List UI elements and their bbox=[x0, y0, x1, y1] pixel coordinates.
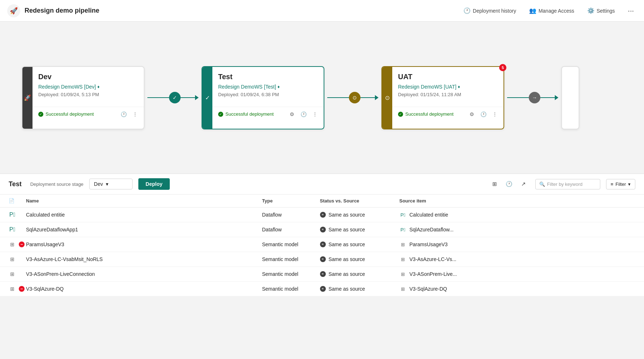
row1-name: SqlAzureDataflowApp1 bbox=[26, 227, 262, 232]
test-diamond-icon: ♦ bbox=[277, 84, 280, 89]
dev-card-body: Dev Redesign DemoWS [Dev] ♦ Deployed: 01… bbox=[22, 67, 144, 107]
table-row: P⃣ SqlAzureDataflowApp1 Dataflow Same as… bbox=[0, 222, 644, 237]
arrow-line-1 bbox=[147, 97, 169, 98]
table-row: ⊞ ParamsUsageV3 Semantic model Same as s… bbox=[0, 237, 644, 252]
test-icon: ✓ bbox=[205, 94, 210, 101]
row0-status-dot bbox=[320, 212, 326, 218]
dev-icon: 🚀 bbox=[24, 94, 31, 101]
source-stage-label: Deployment source stage bbox=[30, 181, 83, 187]
people-icon: 👥 bbox=[529, 7, 536, 14]
arrow-head-2 bbox=[375, 95, 379, 100]
row2-type: Semantic model bbox=[262, 242, 320, 247]
row4-status: Same as source bbox=[320, 271, 399, 277]
app-title: Redesign demo pipeline bbox=[25, 7, 99, 14]
row1-source: P⃣ SqlAzureDataflow... bbox=[399, 226, 636, 233]
uat-stage-card: 5 ⊙ UAT Redesign DemoWS [UAT] ♦ Deployed… bbox=[381, 66, 504, 129]
arrow-circle-2: ⊙ bbox=[349, 92, 360, 103]
test-stage-name: Test bbox=[218, 73, 318, 81]
test-card-actions: ⚙ 🕐 ⋮ bbox=[288, 110, 319, 119]
test-to-uat-arrow: ⊙ bbox=[324, 92, 381, 103]
source-select-value: Dev bbox=[94, 181, 103, 187]
row2-type-icon: ⊞ bbox=[9, 241, 16, 248]
table-header: 📄 Name Type Status vs. Source Source ite… bbox=[0, 195, 644, 208]
row0-type: Dataflow bbox=[262, 212, 320, 218]
arrow-tail-3 bbox=[540, 97, 555, 98]
table-row: ⊞ V3-SqlAzure-DQ Semantic model Same as … bbox=[0, 282, 644, 296]
data-table: 📄 Name Type Status vs. Source Source ite… bbox=[0, 195, 644, 296]
test-deployed-date: Deployed: 01/09/24, 6:38 PM bbox=[218, 92, 318, 97]
test-card-footer: Successful deployment ⚙ 🕐 ⋮ bbox=[202, 107, 324, 121]
deployment-history-label: Deployment history bbox=[473, 8, 516, 14]
uat-diamond-icon: ♦ bbox=[458, 84, 460, 89]
history-icon: 🕐 bbox=[463, 7, 471, 14]
app-icon: 🚀 bbox=[7, 4, 20, 17]
row2-source-icon: ⊞ bbox=[399, 241, 407, 248]
uat-badge: 5 bbox=[499, 64, 506, 71]
table-row: ⊞ V3-AsAzure-LC-VsabMsit_NoRLS Semantic … bbox=[0, 252, 644, 267]
test-compare-button[interactable]: ⚙ bbox=[288, 110, 296, 119]
test-more-button[interactable]: ⋮ bbox=[311, 110, 319, 119]
header-name: Name bbox=[26, 198, 262, 204]
more-options-button[interactable]: ··· bbox=[625, 5, 637, 16]
share-button[interactable]: ↗ bbox=[518, 178, 530, 190]
dev-card-actions: 🕐 ⋮ bbox=[119, 110, 139, 119]
header-source-item: Source item bbox=[399, 198, 636, 204]
row1-source-icon: P⃣ bbox=[399, 226, 407, 233]
row3-name: V3-AsAzure-LC-VsabMsit_NoRLS bbox=[26, 256, 262, 262]
uat-ws-name: Redesign DemoWS [UAT] ♦ bbox=[398, 84, 498, 90]
uat-history-button[interactable]: 🕐 bbox=[479, 110, 488, 119]
deployment-history-button[interactable]: 🕐 Deployment history bbox=[461, 5, 519, 16]
filter-placeholder: Filter by keyword bbox=[547, 181, 583, 187]
header-type: Type bbox=[262, 198, 320, 204]
row1-icon-cell: P⃣ bbox=[9, 226, 26, 233]
dev-history-button[interactable]: 🕐 bbox=[119, 110, 128, 119]
uat-stage-name: UAT bbox=[398, 73, 498, 81]
toolbar-icons: ⊞ 🕐 ↗ bbox=[489, 178, 530, 190]
chevron-down-icon: ▾ bbox=[106, 181, 108, 187]
header-status-vs-source: Status vs. Source bbox=[320, 198, 399, 204]
row5-source: ⊞ V3-SqlAzure-DQ bbox=[399, 285, 636, 292]
row4-icon-cell: ⊞ bbox=[9, 270, 26, 278]
table-row: P⃣ Calculated entitie Dataflow Same as s… bbox=[0, 208, 644, 222]
keyword-filter-input[interactable]: 🔍 Filter by keyword bbox=[535, 179, 600, 189]
row3-type-icon: ⊞ bbox=[9, 256, 16, 263]
row0-source-icon: P⃣ bbox=[399, 211, 407, 218]
dev-more-button[interactable]: ⋮ bbox=[131, 110, 139, 119]
uat-status-dot bbox=[398, 112, 403, 117]
row4-status-dot bbox=[320, 271, 326, 277]
table-row: ⊞ V3-ASonPrem-LiveConnection Semantic mo… bbox=[0, 267, 644, 282]
test-history-button[interactable]: 🕐 bbox=[299, 110, 308, 119]
test-card-header-bar: ✓ bbox=[202, 67, 212, 129]
row3-icon-cell: ⊞ bbox=[9, 256, 26, 263]
deploy-button[interactable]: Deploy bbox=[138, 178, 170, 190]
row1-type-icon: P⃣ bbox=[9, 226, 16, 233]
arrow-circle-3: → bbox=[529, 92, 540, 103]
row3-source-icon: ⊞ bbox=[399, 256, 407, 263]
row0-type-icon: P⃣ bbox=[9, 211, 16, 218]
test-card-body: Test Redesign DemoWS [Test] ♦ Deployed: … bbox=[202, 67, 324, 107]
row3-status-dot bbox=[320, 256, 326, 262]
settings-label: Settings bbox=[597, 8, 615, 14]
filter-chevron-icon: ▾ bbox=[628, 181, 631, 187]
row5-icon-cell: ⊞ bbox=[9, 285, 26, 292]
row4-type-icon: ⊞ bbox=[9, 270, 16, 278]
filter-button[interactable]: ≡ Filter ▾ bbox=[606, 179, 635, 189]
grid-view-button[interactable]: ⊞ bbox=[489, 178, 501, 190]
settings-button[interactable]: ⚙️ Settings bbox=[584, 5, 618, 16]
arrow-head-1 bbox=[195, 95, 199, 100]
row0-icon-cell: P⃣ bbox=[9, 211, 26, 218]
uat-compare-button[interactable]: ⚙ bbox=[467, 110, 476, 119]
refresh-button[interactable]: 🕐 bbox=[503, 178, 515, 190]
uat-card-footer: Successful deployment ⚙ 🕐 ⋮ bbox=[382, 107, 503, 121]
uat-card-body: UAT Redesign DemoWS [UAT] ♦ Deployed: 01… bbox=[382, 67, 503, 107]
arrow-line-3 bbox=[507, 97, 529, 98]
source-stage-select[interactable]: Dev ▾ bbox=[89, 179, 133, 189]
row3-status: Same as source bbox=[320, 256, 399, 262]
row4-source-icon: ⊞ bbox=[399, 270, 407, 278]
manage-access-button[interactable]: 👥 Manage Access bbox=[526, 5, 577, 16]
test-status-dot bbox=[218, 112, 223, 117]
bottom-stage-label: Test bbox=[9, 180, 22, 188]
uat-icon: ⊙ bbox=[385, 94, 390, 101]
uat-more-button[interactable]: ⋮ bbox=[490, 110, 499, 119]
arrow-head-3 bbox=[555, 95, 558, 100]
